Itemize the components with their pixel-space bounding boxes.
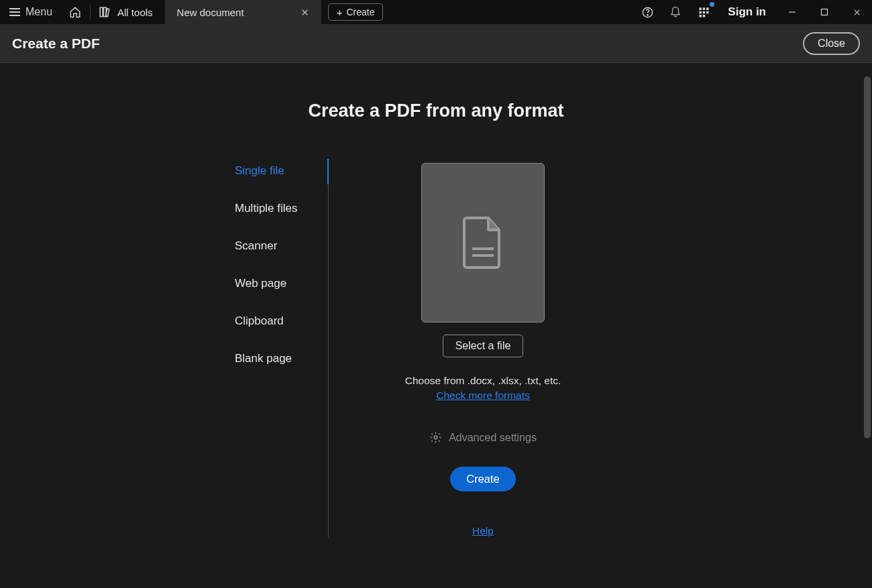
svg-rect-12	[822, 9, 828, 15]
tab-label: New document	[177, 7, 244, 18]
check-formats-link[interactable]: Check more formats	[436, 390, 530, 402]
source-scanner[interactable]: Scanner	[235, 239, 328, 253]
bell-icon	[669, 6, 682, 18]
source-blank-page[interactable]: Blank page	[235, 352, 328, 365]
advanced-settings-label: Advanced settings	[449, 432, 537, 444]
gear-icon	[429, 431, 442, 444]
home-button[interactable]	[62, 0, 89, 24]
advanced-settings-button[interactable]: Advanced settings	[429, 431, 537, 444]
notifications-button[interactable]	[662, 0, 689, 24]
window-maximize-button[interactable]	[809, 0, 840, 24]
help-link[interactable]: Help	[472, 525, 494, 537]
svg-rect-0	[100, 7, 103, 17]
format-hint: Choose from .docx, .xlsx, .txt, etc.	[405, 375, 561, 387]
topbar-right: Sign in	[634, 0, 872, 24]
sign-in-button[interactable]: Sign in	[718, 5, 775, 19]
all-tools-button[interactable]: All tools	[92, 0, 165, 24]
source-single-file[interactable]: Single file	[235, 164, 328, 178]
select-file-button[interactable]: Select a file	[443, 335, 524, 357]
menu-icon	[9, 8, 20, 16]
svg-rect-7	[699, 11, 702, 13]
menu-label: Menu	[25, 6, 52, 18]
vertical-scrollbar[interactable]	[864, 76, 871, 438]
title-bar: Menu All tools New document + Create Sig…	[0, 0, 872, 24]
close-tool-button[interactable]: Close	[803, 32, 860, 55]
source-clipboard[interactable]: Clipboard	[235, 314, 328, 328]
menu-button[interactable]: Menu	[0, 0, 62, 24]
help-circle-icon	[641, 6, 654, 19]
tool-header: Create a PDF Close	[0, 24, 872, 63]
close-icon	[853, 8, 861, 17]
content-area: Select a file Choose from .docx, .xlsx, …	[329, 163, 637, 537]
plus-icon: +	[337, 7, 343, 18]
svg-rect-10	[699, 15, 702, 17]
create-button[interactable]: Create	[450, 467, 516, 491]
source-multiple-files[interactable]: Multiple files	[235, 202, 328, 215]
all-tools-label: All tools	[117, 7, 153, 18]
maximize-icon	[820, 8, 828, 16]
source-web-page[interactable]: Web page	[235, 277, 328, 290]
tab-close-button[interactable]	[298, 8, 312, 17]
page-title: Create a PDF	[12, 36, 100, 52]
file-drop-zone[interactable]	[421, 163, 545, 322]
minimize-icon	[788, 8, 796, 16]
tab-new-document[interactable]: New document	[165, 0, 321, 24]
svg-rect-11	[703, 15, 706, 17]
svg-rect-5	[703, 7, 706, 10]
svg-rect-9	[706, 11, 709, 13]
divider	[90, 5, 91, 19]
source-nav: Single file Multiple files Scanner Web p…	[235, 163, 329, 537]
main-panel: Create a PDF from any format Single file…	[0, 63, 872, 588]
create-label: Create	[346, 7, 374, 17]
window-minimize-button[interactable]	[777, 0, 808, 24]
home-icon	[69, 6, 81, 18]
window-close-button[interactable]	[841, 0, 872, 24]
close-icon	[301, 8, 309, 17]
file-icon	[461, 215, 504, 270]
new-tab-create-button[interactable]: + Create	[328, 3, 384, 21]
apps-grid-icon	[698, 7, 710, 18]
svg-point-13	[434, 436, 437, 439]
help-button[interactable]	[634, 0, 661, 24]
tools-icon	[99, 6, 111, 18]
svg-rect-6	[706, 7, 709, 10]
svg-rect-8	[703, 11, 706, 13]
apps-button[interactable]	[690, 0, 717, 24]
main-heading: Create a PDF from any format	[0, 101, 872, 121]
svg-point-3	[647, 14, 648, 15]
svg-rect-4	[699, 7, 702, 10]
